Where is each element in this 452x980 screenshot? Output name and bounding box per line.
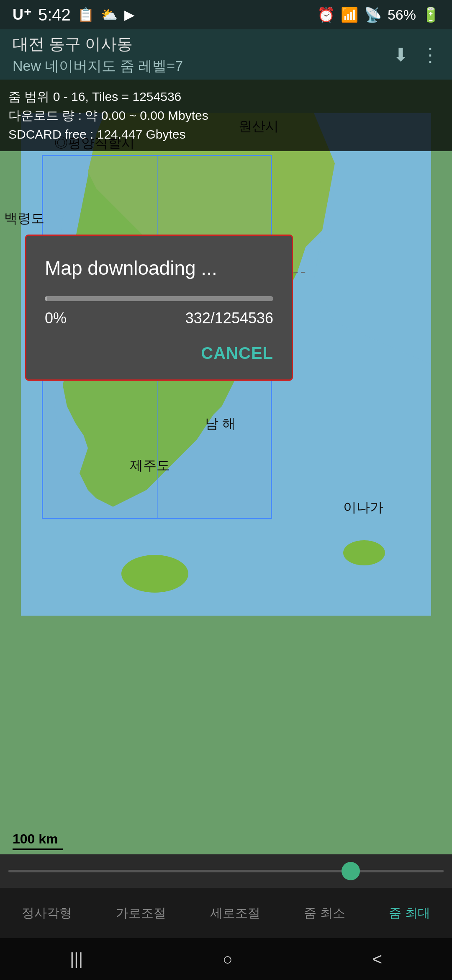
slider-area [0,854,452,888]
info-bar: 줌 범위 0 - 16, Tiles = 1254536 다운로드 량 : 약 … [0,80,452,151]
app-title-sub: New 네이버지도 줌 레벨=7 [13,57,183,76]
status-bar: U⁺ 5:42 📋 ⛅ ▶ ⏰ 📶 📡 56% 🔋 [0,0,452,29]
nav-home-button[interactable]: ○ [223,950,233,969]
scale-label: 100 km [13,831,58,846]
status-left: U⁺ 5:42 📋 ⛅ ▶ [13,5,135,24]
zoom-slider-track[interactable] [8,870,444,872]
title-bar: 대전 동구 이사동 New 네이버지도 줌 레벨=7 ⬇ ⋮ [0,29,452,80]
svg-point-2 [121,555,188,593]
dialog-title: Map downloading ... [45,257,273,279]
progress-bar-fill [45,296,47,301]
tab-vertical[interactable]: 세로조절 [202,900,269,926]
download-icon[interactable]: ⬇ [393,44,408,65]
app-title-main: 대전 동구 이사동 [13,34,183,55]
title-text-container: 대전 동구 이사동 New 네이버지도 줌 레벨=7 [13,34,183,76]
dialog-actions: CANCEL [45,344,273,363]
nav-back-button[interactable]: < [372,950,382,969]
signal-icon: 📡 [364,6,382,23]
scale-line [13,848,63,850]
tab-zoom-max[interactable]: 줌 최대 [380,900,438,926]
inaga-label: 이나가 [343,498,383,517]
download-dialog: Map downloading ... 0% 332/1254536 CANCE… [25,235,293,381]
namhae-label: 남 해 [205,415,236,433]
system-nav-bar: ||| ○ < [0,938,452,980]
info-line-2: 다운로드 량 : 약 0.00 ~ 0.00 Mbytes [8,106,444,125]
progress-percent-label: 0% [45,309,67,327]
tab-horizontal[interactable]: 가로조절 [108,900,175,926]
battery-icon: 🔋 [422,6,439,23]
progress-count-label: 332/1254536 [185,309,273,327]
info-line-1: 줌 범위 0 - 16, Tiles = 1254536 [8,87,444,106]
carrier-label: U⁺ [13,6,31,23]
baengnyeongdo-label: 백령도 [4,209,44,228]
map-background: ◎평양직할시 원산시 백령도 ◎서울 인천 남 해 제주도 이나가 [0,29,452,888]
progress-bar-container [45,296,273,301]
scale-bar: 100 km [13,831,63,850]
bottom-tabs: 정사각형 가로조절 세로조절 줌 최소 줌 최대 [0,888,452,938]
play-icon: ▶ [124,7,135,23]
sim-icon: 📋 [77,7,94,23]
title-actions: ⬇ ⋮ [393,44,439,65]
status-time: 5:42 [38,5,71,24]
status-right: ⏰ 📶 📡 56% 🔋 [317,6,439,23]
cloud-icon: ⛅ [101,7,118,23]
tab-zoom-min[interactable]: 줌 최소 [295,900,353,926]
jeju-label: 제주도 [130,456,170,475]
progress-info: 0% 332/1254536 [45,309,273,327]
nav-recent-button[interactable]: ||| [70,950,83,969]
battery-label: 56% [388,7,416,23]
more-menu-icon[interactable]: ⋮ [421,44,439,65]
info-line-3: SDCARD free : 124.447 Gbytes [8,125,444,144]
cancel-button[interactable]: CANCEL [201,344,273,363]
svg-point-3 [343,540,385,565]
alarm-icon: ⏰ [317,6,335,23]
zoom-slider-thumb[interactable] [342,862,360,880]
wifi-icon: 📶 [341,6,358,23]
tab-square[interactable]: 정사각형 [13,900,80,926]
